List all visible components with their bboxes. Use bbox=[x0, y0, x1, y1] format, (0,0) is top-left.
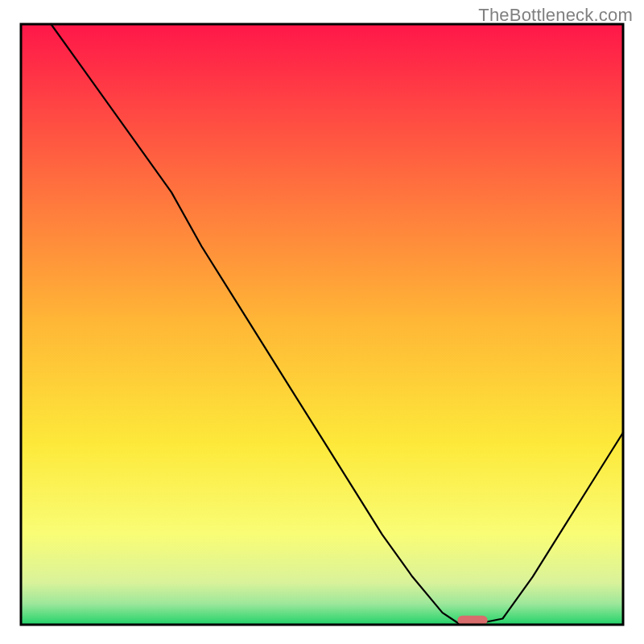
optimum-marker bbox=[457, 616, 487, 625]
plot-svg bbox=[0, 0, 644, 644]
gradient-background bbox=[21, 24, 623, 625]
watermark-text: TheBottleneck.com bbox=[478, 5, 633, 26]
chart-stage: TheBottleneck.com bbox=[0, 0, 644, 644]
